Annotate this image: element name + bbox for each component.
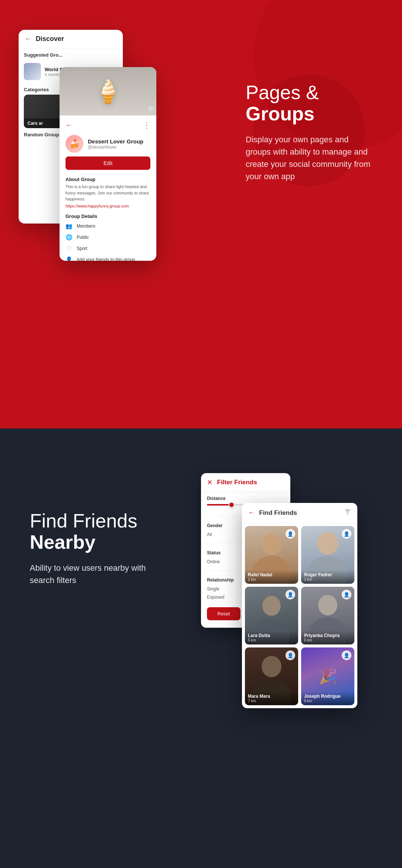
ice-cream-area: 🍦 ⊘ xyxy=(60,67,156,115)
top-section: Pages & Groups Display your own pages an… xyxy=(0,0,402,428)
members-icon: 👥 xyxy=(66,223,72,229)
slider-fill xyxy=(207,504,230,506)
discover-header: ← Discover xyxy=(19,30,123,48)
diagonal-divider xyxy=(0,428,402,458)
about-link[interactable]: https://www.happyfunny.group.com xyxy=(60,204,156,211)
friend-add-2[interactable]: 👤 xyxy=(342,529,351,539)
svg-point-5 xyxy=(317,532,338,555)
detail-members: Members xyxy=(77,224,95,229)
friend-info-2: Roger Fedrer 3 km xyxy=(301,570,354,584)
detail-row-sport: ♡ Sport xyxy=(60,243,156,254)
group-details-label: Group Details xyxy=(60,211,156,221)
pages-heading1: Pages & xyxy=(246,82,319,103)
find-heading2: Nearby xyxy=(30,532,149,553)
friends-grid: 👤 Rafel Nadal 2 km 👤 xyxy=(242,523,357,708)
group-detail-name: Dessert Lover Group xyxy=(88,138,143,145)
close-icon[interactable]: ✕ xyxy=(207,478,213,487)
friend-distance-5: 7 km xyxy=(248,699,295,703)
ice-cream-emoji: 🍦 xyxy=(94,78,122,105)
filter-header: ✕ Filter Friends xyxy=(201,478,290,492)
group-thumb-img xyxy=(24,63,41,80)
svg-point-11 xyxy=(262,656,281,677)
friend-name-5: Mara Mara xyxy=(248,694,295,699)
group-profile-info: Dessert Lover Group @dessertlover xyxy=(88,138,143,150)
friend-distance-2: 3 km xyxy=(304,577,351,582)
public-icon: 🌐 xyxy=(66,234,72,241)
detail-sport: Sport xyxy=(77,246,87,251)
svg-point-3 xyxy=(262,534,281,555)
group-profile: 🍰 Dessert Lover Group @dessertlover xyxy=(60,130,156,156)
reset-button[interactable]: Reset xyxy=(207,607,240,620)
friend-add-5[interactable]: 👤 xyxy=(285,650,295,660)
friend-add-6[interactable]: 👤 xyxy=(342,650,351,660)
friend-info-3: Lara Dutta 5 km xyxy=(245,631,298,644)
results-filter-icon[interactable] xyxy=(344,508,351,517)
friend-name-6: Joseph Rodrigue xyxy=(304,694,351,699)
friend-distance-4: 6 km xyxy=(304,638,351,642)
distance-label: Distance xyxy=(207,496,284,501)
find-phones-container: ✕ Filter Friends Distance Gender All Sta… xyxy=(201,473,380,734)
friend-name-4: Priyanka Chopra xyxy=(304,633,351,638)
results-title: Find Friends xyxy=(259,509,344,517)
find-description: Ability to view users nearby with search… xyxy=(30,562,149,586)
block-icon: ⊘ xyxy=(148,104,153,113)
friend-info-6: Joseph Rodrigue 8 km xyxy=(301,691,354,705)
friend-info-4: Priyanka Chopra 6 km xyxy=(301,631,354,644)
about-group-label: About Group xyxy=(60,174,156,184)
detail-row-add-friends: 👤 Add your friends to this group xyxy=(60,254,156,261)
friend-item-2[interactable]: 👤 Roger Fedrer 3 km xyxy=(301,526,354,584)
friend-add-4[interactable]: 👤 xyxy=(342,590,351,599)
friend-add-1[interactable]: 👤 xyxy=(285,529,295,539)
svg-point-7 xyxy=(262,596,281,616)
friend-name-3: Lara Dutta xyxy=(248,633,295,638)
group-detail-back[interactable]: ← xyxy=(66,121,72,129)
add-friends-icon: 👤 xyxy=(66,256,72,261)
results-back[interactable]: ← xyxy=(248,509,255,517)
friend-info-1: Rafel Nadal 2 km xyxy=(245,570,298,584)
pages-heading2: Groups xyxy=(246,103,372,124)
detail-row-members: 👥 Members xyxy=(60,221,156,232)
group-detail-header: ← ⋮ xyxy=(60,115,156,130)
discover-title: Discover xyxy=(36,35,64,43)
group-avatar: 🍰 xyxy=(66,135,83,153)
friend-distance-1: 2 km xyxy=(248,577,295,582)
pages-description: Display your own pages and groups with a… xyxy=(246,133,372,183)
suggested-label: Suggested Gro... xyxy=(19,48,123,60)
results-card: ← Find Friends 👤 xyxy=(242,503,357,708)
friend-item-6[interactable]: 🎉 👤 Joseph Rodrigue 8 km xyxy=(301,647,354,705)
pages-groups-content: Pages & Groups Display your own pages an… xyxy=(246,82,372,183)
detail-row-public: 🌐 Public xyxy=(60,232,156,243)
discover-back-arrow[interactable]: ← xyxy=(25,35,31,43)
friend-name-2: Roger Fedrer xyxy=(304,572,351,577)
friend-add-3[interactable]: 👤 xyxy=(285,590,295,599)
friend-item-3[interactable]: 👤 Lara Dutta 5 km xyxy=(245,587,298,644)
friend-info-5: Mara Mara 7 km xyxy=(245,691,298,705)
detail-public: Public xyxy=(77,235,89,240)
group-detail-card: 🍦 ⊘ ← ⋮ 🍰 Dessert Lover Group @dessertlo… xyxy=(60,67,156,261)
sport-icon: ♡ xyxy=(66,245,72,252)
about-text: This is a fun group to share light heart… xyxy=(60,184,156,204)
friend-distance-6: 8 km xyxy=(304,699,351,703)
edit-button[interactable]: Edit xyxy=(66,156,150,170)
more-icon[interactable]: ⋮ xyxy=(143,121,150,130)
friend-item-4[interactable]: 👤 Priyanka Chopra 6 km xyxy=(301,587,354,644)
group-detail-handle: @dessertlover xyxy=(88,145,143,150)
results-header: ← Find Friends xyxy=(242,503,357,523)
friend-distance-3: 5 km xyxy=(248,638,295,642)
detail-add-friends: Add your friends to this group xyxy=(77,257,135,261)
filter-title: Filter Friends xyxy=(217,479,257,486)
friend-name-1: Rafel Nadal xyxy=(248,572,295,577)
bottom-section: Find Friends Nearby Ability to view user… xyxy=(0,428,402,868)
find-friends-content: Find Friends Nearby Ability to view user… xyxy=(30,510,149,586)
svg-point-9 xyxy=(318,595,337,615)
find-heading1: Find Friends xyxy=(30,510,137,532)
slider-thumb[interactable] xyxy=(229,502,234,508)
friend-item-5[interactable]: 👤 Mara Mara 7 km xyxy=(245,647,298,705)
friend-item-1[interactable]: 👤 Rafel Nadal 2 km xyxy=(245,526,298,584)
